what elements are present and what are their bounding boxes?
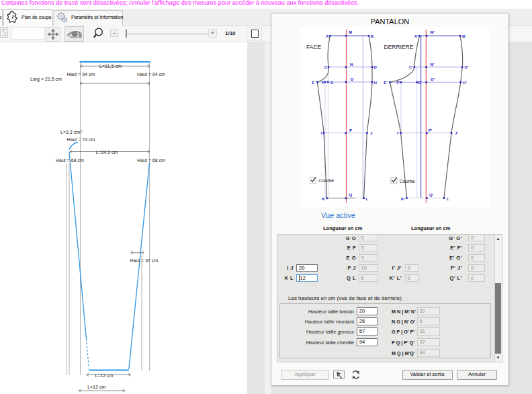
svg-text:M: M <box>349 30 352 34</box>
svg-text:Haut = 68 cm: Haut = 68 cm <box>137 158 165 163</box>
svg-text:Courbe: Courbe <box>318 178 334 183</box>
svg-text:C': C' <box>409 65 413 69</box>
svg-text:P: P <box>349 128 352 132</box>
svg-text:O: O <box>350 77 353 81</box>
svg-text:D': D' <box>465 65 469 69</box>
svg-text:Haut = 37 cm: Haut = 37 cm <box>130 258 158 263</box>
svg-text:Haut = 94 cm: Haut = 94 cm <box>67 72 95 77</box>
svg-text:B: B <box>371 34 374 38</box>
svg-text:A': A' <box>414 34 418 38</box>
svg-text:K': K' <box>401 197 405 201</box>
svg-text:Courbe: Courbe <box>400 179 415 184</box>
svg-text:B': B' <box>462 34 466 38</box>
svg-text:L': L' <box>447 197 451 201</box>
svg-text:J: J <box>370 131 372 135</box>
svg-text:Larg = 21,5 cm: Larg = 21,5 cm <box>30 77 62 82</box>
svg-text:G: G <box>330 81 334 85</box>
svg-text:L: L <box>366 197 369 201</box>
svg-text:L=3,3 cm: L=3,3 cm <box>60 130 80 134</box>
svg-text:L=12 cm: L=12 cm <box>95 373 113 378</box>
svg-text:D: D <box>374 65 378 69</box>
svg-text:P': P' <box>429 128 433 132</box>
svg-text:K: K <box>322 197 325 201</box>
svg-text:H': H' <box>463 81 467 85</box>
svg-text:E: E <box>312 81 314 85</box>
svg-text:N: N <box>350 63 353 67</box>
svg-text:J': J' <box>455 131 458 135</box>
svg-text:G': G' <box>418 81 423 85</box>
svg-text:DERRIERE: DERRIERE <box>384 44 414 50</box>
svg-text:Haut = 94 cm: Haut = 94 cm <box>137 72 165 77</box>
svg-text:Haut = 68 cm: Haut = 68 cm <box>56 158 84 163</box>
svg-text:F: F <box>322 81 324 85</box>
svg-text:O': O' <box>431 77 435 81</box>
svg-text:F': F' <box>396 81 400 85</box>
svg-text:Q': Q' <box>429 193 434 197</box>
svg-text:C: C <box>324 65 328 69</box>
svg-text:L=21,5 cm: L=21,5 cm <box>99 64 122 69</box>
svg-text:L=12 cm: L=12 cm <box>87 385 105 389</box>
svg-text:H: H <box>374 81 377 85</box>
svg-text:A: A <box>326 34 329 38</box>
svg-text:Q: Q <box>349 193 353 197</box>
svg-text:L=24,0 cm: L=24,0 cm <box>96 150 118 155</box>
svg-text:N': N' <box>431 63 435 67</box>
svg-text:FACE: FACE <box>306 44 322 50</box>
svg-text:M': M' <box>431 30 435 34</box>
svg-text:Haut = 74 cm: Haut = 74 cm <box>67 137 95 142</box>
svg-text:E': E' <box>384 81 388 85</box>
